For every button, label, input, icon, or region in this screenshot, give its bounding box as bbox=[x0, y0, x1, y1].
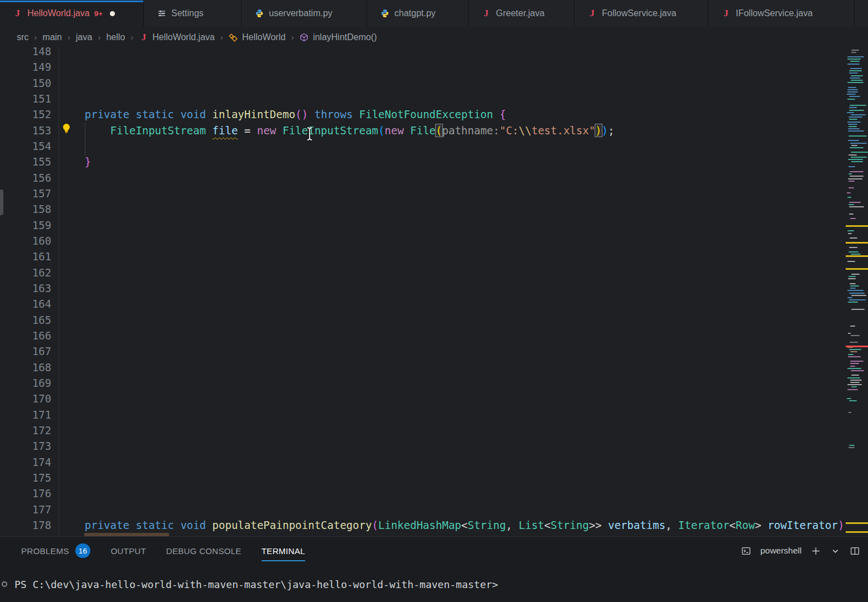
split-terminal-button[interactable] bbox=[849, 545, 860, 556]
minimap-code-bar bbox=[849, 349, 862, 350]
line-number: 150 bbox=[0, 75, 51, 91]
minimap-code-bar bbox=[851, 309, 865, 310]
launch-profile-chevron-icon[interactable] bbox=[830, 545, 841, 556]
minimap-code-bar bbox=[848, 181, 855, 182]
minimap-code-bar bbox=[851, 80, 863, 81]
line-number: 176 bbox=[0, 486, 51, 502]
tab-ifollowservice-java[interactable]: JIFollowService.java bbox=[708, 0, 855, 27]
code-token: ( bbox=[372, 519, 378, 531]
line-number: 157 bbox=[0, 186, 51, 202]
java-file-icon: J bbox=[481, 9, 491, 18]
minimap-code-bar bbox=[850, 218, 856, 219]
terminal-output[interactable]: PS C:\dev\java-hello-world-with-maven-ma… bbox=[0, 576, 868, 592]
minimap-code-bar bbox=[851, 274, 860, 275]
editor-tab-bar: JHelloWorld.java9+Settingsuserverbatim.p… bbox=[0, 0, 868, 27]
code-token: \\ bbox=[519, 124, 532, 137]
code-token bbox=[174, 519, 180, 531]
line-number: 162 bbox=[0, 265, 51, 281]
panel-tab-debug-console[interactable]: DEBUG CONSOLE bbox=[156, 537, 252, 565]
left-drag-handle[interactable] bbox=[0, 190, 3, 215]
line-number: 152 bbox=[0, 106, 51, 123]
minimap-code-bar bbox=[851, 295, 866, 296]
minimap-code-bar bbox=[847, 389, 858, 390]
breadcrumb-item-main[interactable]: main bbox=[42, 32, 62, 42]
panel-tab-terminal[interactable]: TERMINAL bbox=[252, 537, 315, 565]
minimap-code-bar bbox=[848, 251, 859, 253]
code-token bbox=[129, 519, 136, 531]
code-token: < bbox=[544, 519, 551, 531]
code-token: FileInputStream bbox=[282, 124, 378, 137]
breadcrumb: src›main›java›hello›JHelloWorld.java›Hel… bbox=[0, 27, 868, 47]
minimap-code-bar bbox=[848, 166, 855, 167]
code-token bbox=[59, 156, 85, 168]
tab-partial[interactable]: J bbox=[855, 0, 868, 27]
breadcrumb-chevron-icon: › bbox=[220, 32, 223, 42]
shell-label[interactable]: powershell bbox=[760, 546, 802, 556]
code-editor[interactable]: 1481491501511521531541551561571581591601… bbox=[0, 47, 868, 536]
minimap-code-bar bbox=[850, 176, 864, 177]
code-token: FileInputStream bbox=[110, 124, 206, 137]
minimap-code-bar bbox=[851, 386, 857, 387]
minimap-code-bar bbox=[847, 368, 861, 369]
minimap-code-bar bbox=[848, 412, 851, 413]
minimap-code-bar bbox=[848, 233, 852, 234]
command-decoration-icon bbox=[2, 581, 7, 587]
code-token: LinkedHashMap bbox=[378, 519, 461, 531]
tab-chatgpt-py[interactable]: chatgpt.py bbox=[367, 0, 469, 27]
line-number: 159 bbox=[0, 217, 51, 234]
minimap[interactable] bbox=[846, 47, 868, 536]
modified-dot-icon[interactable] bbox=[110, 11, 115, 16]
code-token: ; bbox=[608, 124, 614, 137]
code-line-178: private static void populatePainpointCat… bbox=[59, 517, 844, 533]
panel-tab-label: TERMINAL bbox=[262, 546, 305, 556]
breadcrumb-item-inlayhintdemo[interactable]: inlayHintDemo() bbox=[300, 32, 377, 42]
code-token: private bbox=[85, 519, 129, 531]
code-token: > bbox=[755, 519, 761, 531]
code-token bbox=[404, 124, 410, 137]
minimap-code-bar bbox=[848, 276, 855, 277]
line-number: 155 bbox=[0, 154, 51, 170]
minimap-code-bar bbox=[850, 380, 862, 381]
minimap-code-bar bbox=[849, 299, 865, 300]
tab-userverbatim-py[interactable]: userverbatim.py bbox=[242, 0, 367, 27]
indent-guide bbox=[85, 123, 85, 155]
breadcrumb-item-java[interactable]: java bbox=[76, 32, 92, 42]
code-token: ) bbox=[595, 124, 601, 137]
line-number: 153 bbox=[0, 123, 51, 139]
minimap-code-bar bbox=[849, 293, 865, 294]
new-terminal-button[interactable] bbox=[810, 545, 821, 556]
panel-tab-output[interactable]: OUTPUT bbox=[100, 537, 156, 565]
breadcrumb-label: HelloWorld.java bbox=[152, 32, 215, 42]
minimap-code-bar bbox=[850, 68, 862, 69]
tab-settings[interactable]: Settings bbox=[144, 0, 242, 27]
code-token bbox=[761, 519, 768, 531]
tab-greeter-java[interactable]: JGreeter.java bbox=[469, 0, 575, 27]
minimap-code-bar bbox=[847, 99, 856, 100]
tab-helloworld-java[interactable]: JHelloWorld.java9+ bbox=[0, 0, 144, 27]
minimap-code-bar bbox=[850, 147, 864, 148]
breadcrumb-chevron-icon: › bbox=[34, 32, 37, 42]
minimap-code-bar bbox=[848, 87, 856, 88]
minimap-code-bar bbox=[851, 157, 866, 158]
breadcrumb-item-src[interactable]: src bbox=[17, 32, 28, 42]
bottom-panel: PROBLEMS16OUTPUTDEBUG CONSOLETERMINAL po… bbox=[0, 536, 868, 602]
minimap-code-bar bbox=[848, 126, 857, 127]
java-file-icon: J bbox=[13, 9, 22, 18]
panel-tab-problems[interactable]: PROBLEMS16 bbox=[11, 537, 100, 565]
code-token: ( bbox=[295, 108, 301, 120]
breadcrumb-item-helloworld[interactable]: HelloWorld bbox=[229, 32, 286, 42]
minimap-code-bar bbox=[847, 89, 858, 90]
breadcrumb-item-hello[interactable]: hello bbox=[106, 32, 125, 42]
code-line-153: FileInputStream file = new FileInputStre… bbox=[59, 123, 614, 139]
minimap-code-bar bbox=[850, 382, 860, 383]
breadcrumb-label: java bbox=[76, 32, 92, 42]
code-token: List bbox=[519, 519, 544, 531]
tab-followservice-java[interactable]: JFollowService.java bbox=[575, 0, 708, 27]
minimap-code-bar bbox=[847, 91, 858, 93]
tab-label: Greeter.java bbox=[496, 8, 544, 18]
code-token: ( bbox=[378, 124, 384, 137]
lightbulb-icon[interactable] bbox=[61, 123, 71, 134]
breadcrumb-label: inlayHintDemo() bbox=[313, 32, 377, 42]
breadcrumb-item-helloworld-java[interactable]: JHelloWorld.java bbox=[139, 32, 215, 42]
minimap-code-bar bbox=[851, 375, 860, 376]
